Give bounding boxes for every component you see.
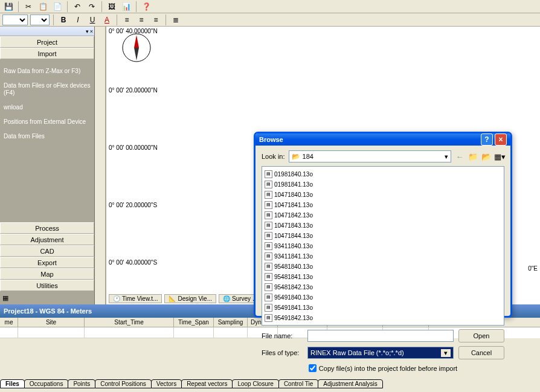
align-left-icon[interactable]: ≡ [121,14,133,26]
file-item[interactable]: ▤95491842.13o [265,313,337,323]
map-tab-designview[interactable]: 📐Design Vie... [164,294,216,303]
sidebar-item-datafiles[interactable]: Data from Files [2,129,92,144]
redo-icon[interactable]: ↷ [86,1,98,13]
file-icon: ▤ [265,314,272,322]
sidebar-item-rawdata[interactable]: Raw Data from Z-Max or F3) [2,64,92,79]
folder-icon: 📂 [292,153,300,161]
file-item[interactable]: ▤95481842.13o [265,282,337,292]
sidebar-item-download[interactable]: wnload [2,100,92,115]
grid-header-cell[interactable]: Sampling [214,318,248,327]
grid-cell[interactable] [214,327,248,338]
sidebar-process[interactable]: Process [0,222,94,234]
grid-header-cell[interactable]: Site [18,318,85,327]
grid-cell[interactable] [174,327,214,338]
sidebar-utilities[interactable]: Utilities [0,280,94,291]
grid-cell[interactable] [85,327,174,338]
bottom-tab-control-positions[interactable]: Control Positions [95,379,152,388]
bottom-tab-occupations[interactable]: Occupations [24,379,69,388]
grid-header-cell[interactable]: me [0,318,18,327]
bottom-tab-points[interactable]: Points [68,379,95,388]
file-icon: ▤ [265,191,272,199]
file-item[interactable]: ▤10471842.13o [265,210,337,220]
bottom-tab-repeat-vectors[interactable]: Repeat vectors [181,379,233,388]
coord-n00: 0° 00' 00.00000"N [109,144,158,151]
sidebar-item-files[interactable]: Data from Files or oFlex devices (F4) [2,79,92,100]
bottom-tab-files[interactable]: Files [0,379,25,388]
bold-button[interactable]: B [57,14,69,26]
grid-cell[interactable] [18,327,85,338]
tool2-icon[interactable]: 📊 [120,1,132,13]
grid-header-cell[interactable]: Time_Span [174,318,214,327]
file-item[interactable]: ▤01981840.13o [265,169,337,179]
back-icon[interactable]: ← [455,152,464,161]
help-icon[interactable]: ❓ [140,1,152,13]
lookin-select[interactable]: 📂 184 ▾ [289,150,451,162]
file-icon: ▤ [265,232,272,240]
side-panel: ▾ × Project Import Raw Data from Z-Max o… [0,27,95,304]
file-item[interactable]: ▤93411840.13o [265,241,337,251]
cancel-button[interactable]: Cancel [458,346,504,359]
file-icon: ▤ [265,263,272,271]
sidebar-map[interactable]: Map [0,268,94,280]
size-select[interactable] [30,14,50,25]
save-icon[interactable]: 💾 [2,1,14,13]
tool-icon[interactable]: 🖼 [106,1,118,13]
sidebar-export[interactable]: Export [0,257,94,268]
coord-n20: 0° 00' 20.00000"N [109,87,158,94]
file-icon: ▤ [265,211,272,219]
copy-label: Copy file(s) into the project folder bef… [319,365,457,372]
file-list[interactable]: ▤01981840.13o▤01981841.13o▤10471840.13o▤… [262,166,504,326]
font-select[interactable] [2,14,28,25]
cut-icon[interactable]: ✂ [22,1,34,13]
file-item[interactable]: ▤95481841.13o [265,272,337,281]
bottom-tab-vectors[interactable]: Vectors [151,379,182,388]
list-icon[interactable]: ≣ [170,14,182,26]
up-folder-icon[interactable]: 📁 [468,152,478,161]
file-item[interactable]: ▤10471843.13o [265,220,337,230]
font-color-icon[interactable]: A [101,14,113,26]
lookin-label: Look in: [262,153,285,160]
panel-close-icon[interactable]: × [90,28,93,34]
sidebar-item-positions[interactable]: Positions from External Device [2,115,92,129]
dialog-help-button[interactable]: ? [481,133,493,146]
file-item[interactable]: ▤10471841.13o [265,200,337,210]
file-item[interactable]: ▤10471840.13o [265,190,337,199]
italic-button[interactable]: I [72,14,84,26]
undo-icon[interactable]: ↶ [71,1,83,13]
file-item[interactable]: ▤93411841.13o [265,251,337,261]
panel-footer-icon[interactable]: ▦ [2,294,8,302]
copy-checkbox[interactable] [309,364,317,372]
sidebar-import[interactable]: Import [0,48,94,59]
align-center-icon[interactable]: ≡ [135,14,147,26]
file-icon: ▤ [265,283,272,291]
map-tab-timeview[interactable]: 🕐Time View.t... [109,294,162,303]
file-item[interactable]: ▤95481840.13o [265,262,337,271]
dialog-close-button[interactable]: × [495,133,507,146]
paste-icon[interactable]: 📄 [51,1,63,13]
bottom-tab-control-tie[interactable]: Control Tie [278,379,318,388]
panel-dropdown-icon[interactable]: ▾ [86,28,89,34]
underline-button[interactable]: U [86,14,98,26]
align-right-icon[interactable]: ≡ [150,14,162,26]
views-icon[interactable]: ▦▾ [495,152,504,161]
coord-s40: 0° 00' 40.00000"S [109,259,157,266]
dialog-title: Browse [259,136,283,143]
file-item[interactable]: ▤10471844.13o [265,231,337,240]
dropdown-icon: ▾ [445,153,448,161]
filetype-select[interactable]: RINEX Raw Data File (*.*o;*.*d) ▾ [307,347,454,359]
grid-header-cell[interactable]: Start_Time [85,318,174,327]
new-folder-icon[interactable]: 📂 [481,152,491,161]
file-icon: ▤ [265,273,272,281]
bottom-tab-adjustment-analysis[interactable]: Adjustment Analysis [318,379,383,388]
file-item[interactable]: ▤01981841.13o [265,179,337,189]
open-button[interactable]: Open [458,329,504,342]
copy-icon[interactable]: 📋 [37,1,49,13]
bottom-tab-loop-closure[interactable]: Loop Closure [232,379,278,388]
file-item[interactable]: ▤95491840.13o [265,292,337,302]
grid-cell[interactable] [0,327,18,338]
file-item[interactable]: ▤95491841.13o [265,303,337,312]
sidebar-project[interactable]: Project [0,36,94,48]
sidebar-adjustment[interactable]: Adjustment [0,234,94,245]
sidebar-cad[interactable]: CAD [0,245,94,257]
filename-input[interactable] [307,330,454,342]
